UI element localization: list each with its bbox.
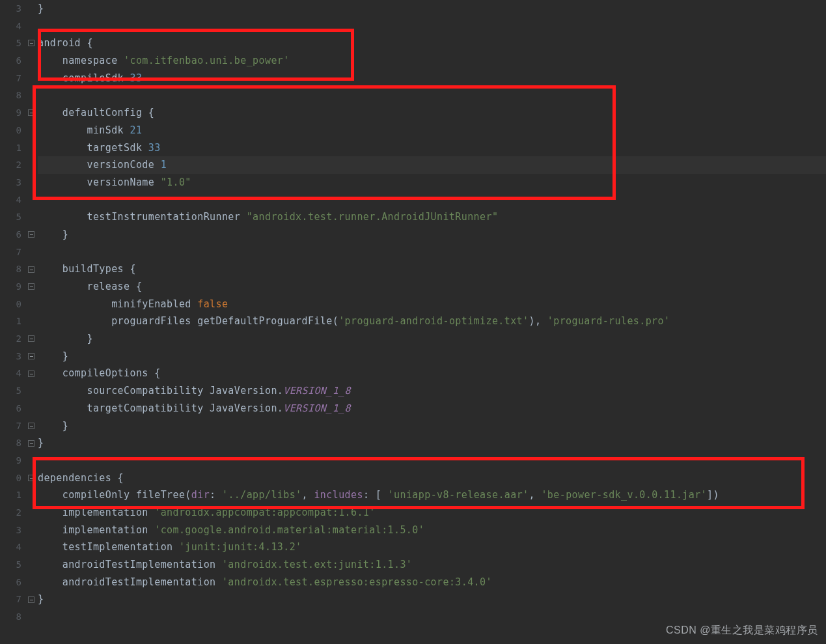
line-number: 8 bbox=[0, 608, 21, 626]
code-line[interactable]: versionName "1.0" bbox=[38, 174, 826, 191]
code-line[interactable] bbox=[38, 244, 826, 261]
code-editor[interactable]: 345678901234567890123456789012345678 }an… bbox=[0, 0, 826, 644]
fold-open-icon[interactable] bbox=[28, 40, 34, 46]
token-pun: { bbox=[154, 367, 160, 379]
code-line[interactable]: } bbox=[38, 226, 826, 244]
fold-close-icon[interactable] bbox=[28, 335, 34, 342]
fold-close-icon[interactable] bbox=[28, 353, 34, 359]
line-number: 2 bbox=[0, 156, 21, 174]
token-pun: } bbox=[87, 333, 92, 344]
code-line[interactable]: targetCompatibility JavaVersion.VERSION_… bbox=[38, 400, 826, 417]
token-id: versionName bbox=[87, 176, 160, 188]
line-number: 4 bbox=[0, 191, 21, 209]
code-line[interactable]: implementation 'androidx.appcompat:appco… bbox=[38, 504, 826, 522]
code-line[interactable]: namespace 'com.itfenbao.uni.be_power' bbox=[38, 52, 826, 70]
code-line[interactable]: androidTestImplementation 'androidx.test… bbox=[38, 556, 826, 574]
code-line[interactable]: compileSdk 33 bbox=[38, 70, 826, 87]
token-str: '../app/libs' bbox=[222, 489, 302, 501]
code-line[interactable]: implementation 'com.google.android.mater… bbox=[38, 522, 826, 539]
token-pun: : bbox=[210, 489, 222, 501]
token-num: 33 bbox=[130, 72, 142, 84]
line-number: 8 bbox=[0, 87, 21, 104]
line-number: 6 bbox=[0, 226, 21, 244]
token-nmd: dir bbox=[191, 489, 210, 501]
line-number: 5 bbox=[0, 556, 21, 574]
code-line[interactable]: testImplementation 'junit:junit:4.13.2' bbox=[38, 539, 826, 556]
code-line[interactable] bbox=[38, 18, 826, 35]
token-str: 'junit:junit:4.13.2' bbox=[179, 541, 302, 553]
code-line[interactable]: release { bbox=[38, 278, 826, 296]
code-line[interactable] bbox=[38, 452, 826, 469]
line-number: 5 bbox=[0, 208, 21, 226]
code-line[interactable] bbox=[38, 608, 826, 626]
token-id: androidTestImplementation bbox=[62, 559, 222, 570]
line-number: 4 bbox=[0, 18, 21, 35]
token-num: 33 bbox=[148, 142, 161, 154]
line-number: 8 bbox=[0, 260, 21, 278]
line-number: 5 bbox=[0, 35, 21, 52]
code-line[interactable]: } bbox=[38, 434, 826, 452]
line-number: 0 bbox=[0, 122, 21, 139]
code-line[interactable]: android { bbox=[38, 35, 826, 52]
line-number: 6 bbox=[0, 400, 21, 417]
fold-close-icon[interactable] bbox=[28, 440, 34, 447]
fold-close-icon[interactable] bbox=[28, 423, 34, 429]
token-str: 'com.google.android.material:material:1.… bbox=[154, 524, 424, 536]
code-line[interactable]: } bbox=[38, 417, 826, 435]
fold-close-icon[interactable] bbox=[28, 231, 34, 238]
code-line[interactable]: } bbox=[38, 591, 826, 608]
code-line[interactable]: } bbox=[38, 348, 826, 365]
token-id: namespace bbox=[62, 55, 124, 66]
code-line[interactable]: minifyEnabled false bbox=[38, 296, 826, 313]
line-number-gutter: 345678901234567890123456789012345678 bbox=[0, 0, 27, 644]
token-str: "1.0" bbox=[161, 176, 191, 188]
code-line[interactable]: compileOnly fileTree(dir: '../app/libs',… bbox=[38, 486, 826, 504]
fold-open-icon[interactable] bbox=[28, 283, 34, 290]
watermark-text: CSDN @重生之我是菜鸡程序员 bbox=[666, 624, 818, 637]
code-line[interactable] bbox=[38, 87, 826, 104]
line-number: 1 bbox=[0, 139, 21, 157]
token-str: 'proguard-android-optimize.txt' bbox=[338, 315, 529, 327]
code-line[interactable]: defaultConfig { bbox=[38, 104, 826, 122]
code-line[interactable]: androidTestImplementation 'androidx.test… bbox=[38, 574, 826, 591]
code-area[interactable]: }android { namespace 'com.itfenbao.uni.b… bbox=[36, 0, 826, 644]
code-line[interactable]: } bbox=[38, 0, 826, 18]
token-id: targetCompatibility JavaVersion. bbox=[87, 402, 283, 414]
token-id: release bbox=[87, 281, 135, 292]
fold-open-icon[interactable] bbox=[28, 109, 34, 116]
code-line[interactable]: } bbox=[38, 330, 826, 348]
code-line[interactable] bbox=[38, 191, 826, 209]
token-id: minifyEnabled bbox=[111, 298, 197, 310]
token-id: testImplementation bbox=[62, 541, 179, 553]
token-pun: } bbox=[62, 350, 68, 362]
token-pun: ]) bbox=[707, 489, 719, 501]
token-id: androidTestImplementation bbox=[62, 576, 222, 588]
code-line[interactable]: sourceCompatibility JavaVersion.VERSION_… bbox=[38, 382, 826, 400]
token-id: minSdk bbox=[87, 124, 130, 136]
token-id: compileOnly fileTree( bbox=[62, 489, 191, 501]
token-id: defaultConfig bbox=[62, 107, 148, 119]
line-number: 4 bbox=[0, 365, 21, 382]
token-str: 'androidx.appcompat:appcompat:1.6.1' bbox=[154, 507, 376, 518]
fold-open-icon[interactable] bbox=[28, 266, 34, 273]
code-line[interactable]: proguardFiles getDefaultProguardFile('pr… bbox=[38, 313, 826, 330]
code-line[interactable]: testInstrumentationRunner "androidx.test… bbox=[38, 208, 826, 226]
token-str: 'uniapp-v8-release.aar' bbox=[388, 489, 529, 501]
code-line[interactable]: compileOptions { bbox=[38, 365, 826, 382]
code-line[interactable]: buildTypes { bbox=[38, 260, 826, 278]
code-line[interactable]: minSdk 21 bbox=[38, 122, 826, 139]
fold-open-icon[interactable] bbox=[28, 371, 34, 377]
token-pun: { bbox=[130, 263, 135, 275]
line-number: 3 bbox=[0, 348, 21, 365]
code-line[interactable]: targetSdk 33 bbox=[38, 139, 826, 157]
code-line[interactable]: versionCode 1 bbox=[38, 156, 826, 174]
fold-open-icon[interactable] bbox=[28, 475, 34, 481]
code-line[interactable]: dependencies { bbox=[38, 469, 826, 487]
token-id: dependencies bbox=[38, 472, 118, 484]
token-pun: , bbox=[529, 489, 542, 501]
fold-close-icon[interactable] bbox=[28, 596, 34, 603]
token-str: "androidx.test.runner.AndroidJUnitRunner… bbox=[247, 211, 499, 223]
line-number: 0 bbox=[0, 469, 21, 487]
token-pun: } bbox=[38, 3, 44, 14]
token-id: proguardFiles getDefaultProguardFile( bbox=[111, 315, 338, 327]
